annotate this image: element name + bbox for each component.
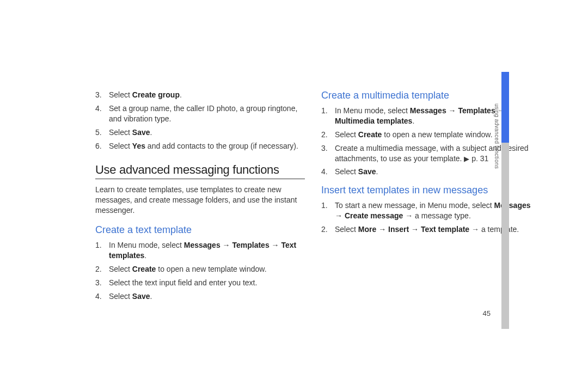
section-description: Learn to create templates, use templates… (95, 185, 305, 216)
step-4: Set a group name, the caller ID photo, a… (95, 103, 305, 124)
side-chapter-label: using advanced functions (494, 103, 500, 169)
step-4: Select Save. (95, 291, 305, 302)
step-2: Select More → Insert → Text template → a… (321, 224, 531, 235)
step-3: Select the text input field and enter yo… (95, 278, 305, 288)
step-3: Select Create group. (95, 90, 305, 100)
xref-icon: ▶ (464, 155, 469, 163)
side-tab (501, 72, 509, 329)
subtitle-text-template: Create a text template (95, 224, 305, 236)
group-steps-continued: Select Create group. Set a group name, t… (95, 90, 305, 151)
subtitle-insert-templates: Insert text templates in new messages (321, 185, 531, 196)
section-title: Use advanced messaging functions (95, 163, 305, 179)
left-column: Select Create group. Set a group name, t… (95, 90, 305, 305)
step-2: Select Create to open a new template win… (95, 264, 305, 274)
step-1: To start a new message, in Menu mode, se… (321, 200, 531, 221)
page-number: 45 (483, 309, 491, 317)
step-1: In Menu mode, select Messages → Template… (95, 240, 305, 261)
step-5: Select Save. (95, 127, 305, 138)
step-6: Select Yes and add contacts to the group… (95, 141, 305, 151)
insert-template-steps: To start a new message, in Menu mode, se… (321, 200, 531, 235)
text-template-steps: In Menu mode, select Messages → Template… (95, 240, 305, 301)
side-tab-active (501, 72, 509, 143)
side-tab-inactive (501, 143, 509, 329)
subtitle-multimedia-template: Create a multimedia template (321, 90, 531, 101)
